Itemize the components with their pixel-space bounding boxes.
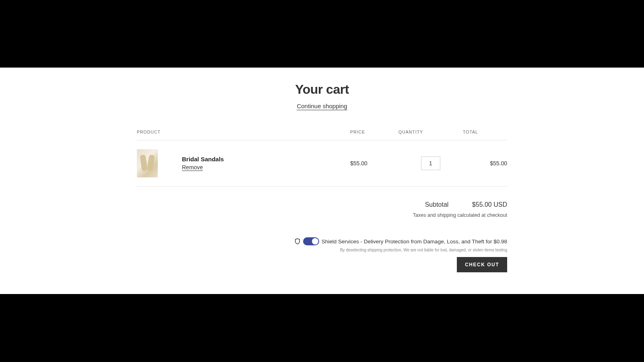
cell-quantity (398, 140, 463, 187)
shield-toggle[interactable] (303, 237, 319, 245)
cart-container: Your cart Continue shopping PRODUCT PRIC… (137, 68, 507, 272)
remove-link[interactable]: Remove (182, 164, 203, 171)
cart-page: Your cart Continue shopping PRODUCT PRIC… (0, 68, 644, 294)
quantity-input[interactable] (421, 156, 440, 170)
checkout-button[interactable]: CHECK OUT (457, 257, 507, 272)
table-row: Bridal Sandals Remove $55.00 $55.00 (137, 140, 507, 187)
shield-fineprint: By deselecting shipping protection, We a… (137, 248, 507, 252)
summary: Subtotal $55.00 USD Taxes and shipping c… (137, 201, 507, 272)
page-title: Your cart (137, 82, 507, 97)
col-header-quantity: QUANTITY (398, 130, 463, 140)
shield-row: Shield Services - Delivery Protection fr… (137, 237, 507, 245)
shield-icon (294, 238, 301, 245)
tax-note: Taxes and shipping calculated at checkou… (137, 212, 507, 218)
continue-shopping-link[interactable]: Continue shopping (297, 103, 347, 110)
subtotal-label: Subtotal (425, 201, 449, 208)
col-header-total: TOTAL (463, 130, 507, 140)
product-name[interactable]: Bridal Sandals (182, 156, 224, 162)
cell-product: Bridal Sandals Remove (137, 140, 350, 187)
product-thumbnail[interactable] (137, 149, 158, 177)
cart-table: PRODUCT PRICE QUANTITY TOTAL Bridal Sand… (137, 130, 507, 187)
subtotal-value: $55.00 USD (472, 201, 507, 208)
shield-label: Shield Services - Delivery Protection fr… (322, 239, 507, 245)
col-header-price: PRICE (350, 130, 398, 140)
cell-price: $55.00 (350, 140, 398, 187)
cell-total: $55.00 (463, 140, 507, 187)
col-header-product: PRODUCT (137, 130, 350, 140)
